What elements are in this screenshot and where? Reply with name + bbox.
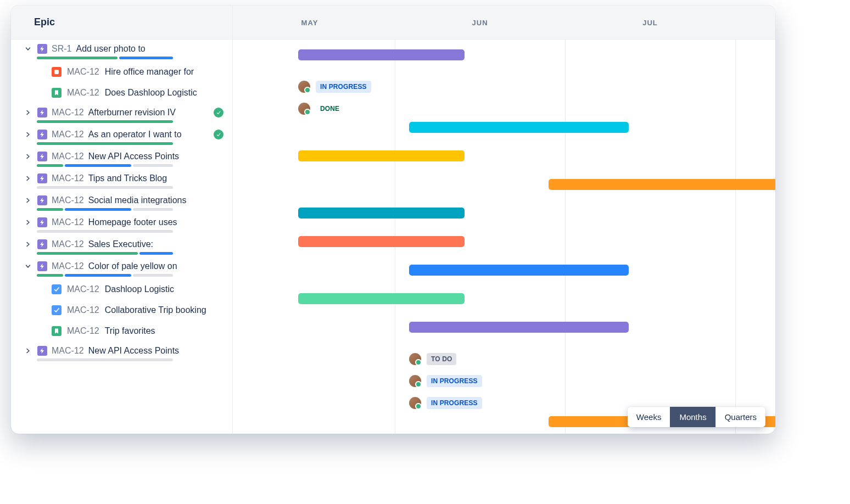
story-icon xyxy=(52,326,61,336)
chevron-right-icon[interactable] xyxy=(23,108,33,117)
issue-title[interactable]: Dashloop Logistic xyxy=(105,284,232,294)
done-check-icon xyxy=(214,130,223,139)
issue-key[interactable]: SR-1 xyxy=(52,44,71,54)
epic-row[interactable]: MAC-12New API Access Points xyxy=(11,341,232,356)
epic-row[interactable]: MAC-12Color of pale yellow on xyxy=(11,257,232,271)
avatar[interactable] xyxy=(409,397,421,409)
issue-title[interactable]: Does Dashloop Logistic xyxy=(105,88,232,98)
issue-key[interactable]: MAC-12 xyxy=(52,346,84,356)
epic-row[interactable]: MAC-12Sales Executive: xyxy=(11,235,232,249)
status-badge[interactable]: IN PROGRESS xyxy=(316,81,371,93)
chevron-right-icon[interactable] xyxy=(23,239,33,249)
issue-key[interactable]: MAC-12 xyxy=(52,195,84,205)
epic-icon xyxy=(37,108,47,117)
issue-title[interactable]: As an operator I want to xyxy=(88,130,209,139)
issue-row[interactable]: MAC-12Dashloop Logistic xyxy=(11,279,232,300)
issue-title[interactable]: Sales Executive: xyxy=(88,239,232,249)
progress-bar xyxy=(37,142,173,145)
chevron-right-icon[interactable] xyxy=(23,152,33,161)
issue-key[interactable]: MAC-12 xyxy=(67,88,99,98)
issue-title[interactable]: Homepage footer uses xyxy=(88,217,232,227)
issue-key[interactable]: MAC-12 xyxy=(67,326,99,336)
avatar[interactable] xyxy=(409,353,421,365)
epic-row[interactable]: MAC-12Social media integrations xyxy=(11,191,232,205)
timeline-bar[interactable] xyxy=(298,293,465,304)
body: SR-1Add user photo toMAC-12Hire office m… xyxy=(11,40,775,434)
issue-row[interactable]: MAC-12Collaborative Trip booking xyxy=(11,300,232,321)
chevron-right-icon[interactable] xyxy=(23,173,33,183)
timeline-bar[interactable] xyxy=(409,122,629,133)
issue-title[interactable]: Add user photo to xyxy=(76,44,232,54)
issue-key[interactable]: MAC-12 xyxy=(67,67,99,77)
epic-row[interactable]: MAC-12New API Access Points xyxy=(11,147,232,161)
issue-title[interactable]: Color of pale yellow on xyxy=(88,261,232,271)
issue-key[interactable]: MAC-12 xyxy=(52,108,84,117)
epic-icon xyxy=(37,195,47,205)
progress-segment xyxy=(133,164,173,167)
epic-row[interactable]: MAC-12Tips and Tricks Blog xyxy=(11,169,232,183)
issue-key[interactable]: MAC-12 xyxy=(52,239,84,249)
chevron-down-icon[interactable] xyxy=(23,261,33,271)
issue-key[interactable]: MAC-12 xyxy=(67,305,99,315)
timeline-bar[interactable] xyxy=(298,236,465,247)
epic-row[interactable]: MAC-12As an operator I want to xyxy=(11,125,232,139)
issue-title[interactable]: New API Access Points xyxy=(88,152,232,161)
issue-title[interactable]: Tips and Tricks Blog xyxy=(88,173,232,183)
issue-row[interactable]: MAC-12Does Dashloop Logistic xyxy=(11,82,232,103)
timeline-bar[interactable] xyxy=(409,322,629,333)
issue-row[interactable]: MAC-12Hire office manager for xyxy=(11,61,232,82)
epic-icon xyxy=(37,130,47,139)
timeline[interactable]: IN PROGRESSDONETO DOIN PROGRESSIN PROGRE… xyxy=(233,40,775,434)
chevron-right-icon[interactable] xyxy=(23,217,33,227)
status-badge[interactable]: IN PROGRESS xyxy=(427,375,482,387)
issue-key[interactable]: MAC-12 xyxy=(67,284,99,294)
progress-segment xyxy=(37,57,118,59)
progress-segment xyxy=(139,252,173,255)
epic-row[interactable]: MAC-12Afterburner revision IV xyxy=(11,103,232,117)
avatar[interactable] xyxy=(298,103,310,115)
issue-key[interactable]: MAC-12 xyxy=(52,217,84,227)
chevron-right-icon[interactable] xyxy=(23,130,33,139)
issue-key[interactable]: MAC-12 xyxy=(52,173,84,183)
epic-row[interactable]: MAC-12Homepage footer uses xyxy=(11,213,232,227)
timeline-bar[interactable] xyxy=(549,179,775,190)
progress-bar xyxy=(37,57,173,59)
zoom-weeks-button[interactable]: Weeks xyxy=(628,407,670,427)
timeline-bar[interactable] xyxy=(409,265,629,276)
issue-row[interactable]: MAC-12Trip favorites xyxy=(11,321,232,341)
issue-title[interactable]: Collaborative Trip booking xyxy=(105,305,232,315)
avatar[interactable] xyxy=(298,81,310,93)
chevron-right-icon[interactable] xyxy=(23,346,33,356)
issue-title[interactable]: Social media integrations xyxy=(88,195,232,205)
epic-icon xyxy=(37,239,47,249)
issue-title[interactable]: New API Access Points xyxy=(88,346,232,356)
timeline-bar[interactable] xyxy=(298,49,465,60)
timeline-bar[interactable] xyxy=(298,208,465,219)
roadmap-app: Epic MAYJUNJUL SR-1Add user photo toMAC-… xyxy=(11,5,775,434)
issue-title[interactable]: Hire office manager for xyxy=(105,67,232,77)
status-badge[interactable]: TO DO xyxy=(427,353,456,365)
task-icon xyxy=(52,284,61,294)
issue-key[interactable]: MAC-12 xyxy=(52,152,84,161)
progress-segment xyxy=(37,208,63,211)
chevron-down-icon[interactable] xyxy=(23,44,33,54)
issue-title[interactable]: Afterburner revision IV xyxy=(88,108,209,117)
avatar[interactable] xyxy=(409,375,421,387)
status-badge[interactable]: DONE xyxy=(316,103,344,115)
progress-segment xyxy=(37,186,173,189)
progress-segment xyxy=(65,208,131,211)
story-icon xyxy=(52,88,61,98)
zoom-quarters-button[interactable]: Quarters xyxy=(715,407,765,427)
epic-icon xyxy=(37,217,47,227)
progress-bar xyxy=(37,274,173,277)
issue-key[interactable]: MAC-12 xyxy=(52,130,84,139)
bug-icon xyxy=(52,67,61,77)
epic-row[interactable]: SR-1Add user photo to xyxy=(11,40,232,54)
issue-title[interactable]: Trip favorites xyxy=(105,326,232,336)
status-badge[interactable]: IN PROGRESS xyxy=(427,397,482,409)
status-item: DONE xyxy=(298,103,344,115)
chevron-right-icon[interactable] xyxy=(23,195,33,205)
issue-key[interactable]: MAC-12 xyxy=(52,261,84,271)
timeline-bar[interactable] xyxy=(298,150,465,161)
zoom-months-button[interactable]: Months xyxy=(670,407,715,427)
